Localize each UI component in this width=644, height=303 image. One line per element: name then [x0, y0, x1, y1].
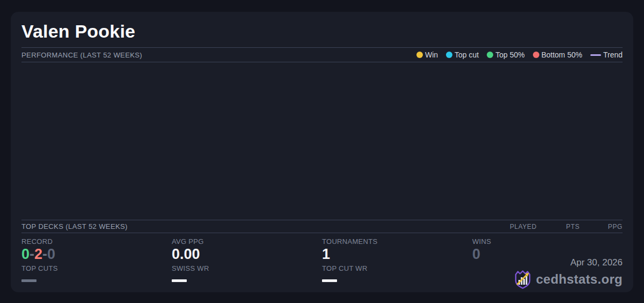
legend-item-bottom-50[interactable]: Bottom 50%: [533, 50, 582, 59]
record-losses: 2: [34, 246, 42, 262]
swiss-wr-placeholder-dash: [172, 279, 187, 282]
page-title: Valen Pookie: [21, 12, 623, 47]
top-cut-wr-label: TOP CUT WR: [322, 264, 472, 272]
wins-label: WINS: [472, 237, 623, 246]
avg-ppg-value: 0.00: [172, 246, 322, 262]
column-header-pts: PTS: [537, 223, 580, 230]
legend-item-top-cut[interactable]: Top cut: [446, 50, 479, 59]
avg-ppg-label: AVG PPG: [172, 237, 322, 246]
record-draws: 0: [47, 246, 55, 262]
legend-label: Top 50%: [495, 50, 524, 59]
win-dot-icon: [416, 52, 423, 58]
legend-label: Bottom 50%: [541, 50, 582, 59]
stat-avg-ppg: AVG PPG 0.00 SWISS WR: [172, 237, 322, 292]
performance-section-header: PERFORMANCE (LAST 52 WEEKS) Win Top cut …: [21, 47, 623, 62]
legend-item-top-50[interactable]: Top 50%: [487, 50, 524, 59]
legend-item-trend[interactable]: Trend: [590, 50, 623, 59]
record-wins: 0: [21, 246, 30, 262]
tournaments-label: TOURNAMENTS: [322, 237, 472, 246]
column-header-ppg: PPG: [580, 223, 623, 230]
generated-date: Apr 30, 2026: [514, 257, 623, 268]
stat-record: RECORD 0-2-0 TOP CUTS: [21, 237, 172, 292]
legend-label: Trend: [603, 50, 623, 59]
swiss-wr-label: SWISS WR: [172, 264, 322, 272]
trend-line-icon: [590, 54, 601, 56]
legend-label: Top cut: [455, 50, 479, 59]
top-50-dot-icon: [487, 52, 493, 58]
card-footer: Apr 30, 2026 cedhstats.org: [514, 257, 623, 289]
legend-label: Win: [425, 50, 438, 59]
performance-chart-empty: [21, 62, 623, 220]
player-stats-card: Valen Pookie PERFORMANCE (LAST 52 WEEKS)…: [11, 12, 633, 292]
top-cut-dot-icon: [446, 52, 452, 58]
record-label: RECORD: [21, 237, 172, 246]
record-value: 0-2-0: [21, 246, 172, 262]
top-cuts-label: TOP CUTS: [21, 264, 172, 272]
stat-tournaments: TOURNAMENTS 1 TOP CUT WR: [322, 237, 472, 292]
legend-item-win[interactable]: Win: [416, 50, 438, 59]
brand-name: cedhstats.org: [536, 272, 623, 287]
cedhstats-shield-logo-icon: [514, 270, 532, 289]
top-decks-section-header: TOP DECKS (LAST 52 WEEKS) PLAYED PTS PPG: [21, 220, 623, 233]
top-cut-wr-placeholder-dash: [322, 279, 337, 282]
bottom-50-dot-icon: [533, 52, 539, 58]
performance-heading: PERFORMANCE (LAST 52 WEEKS): [21, 51, 142, 59]
chart-legend: Win Top cut Top 50% Bottom 50% Trend: [416, 50, 623, 59]
column-header-played: PLAYED: [494, 223, 537, 230]
brand[interactable]: cedhstats.org: [514, 270, 623, 289]
top-decks-column-headers: PLAYED PTS PPG: [494, 223, 623, 230]
record-separator: -: [30, 246, 34, 262]
top-cuts-placeholder-dash: [21, 279, 36, 282]
record-separator: -: [42, 246, 47, 262]
tournaments-value: 1: [322, 246, 472, 262]
top-decks-heading: TOP DECKS (LAST 52 WEEKS): [21, 222, 128, 230]
